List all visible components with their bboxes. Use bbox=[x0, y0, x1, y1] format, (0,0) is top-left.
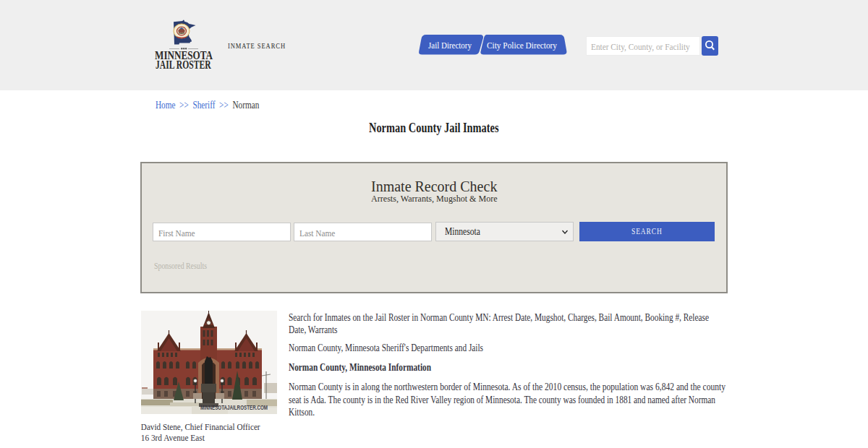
svg-text:Date, Warrants: Date, Warrants bbox=[289, 324, 338, 335]
svg-text:City Police Directory: City Police Directory bbox=[487, 40, 558, 51]
svg-text:Norman County, Minnesota Sheri: Norman County, Minnesota Sheriff's Depar… bbox=[289, 342, 483, 353]
svg-text:Norman County is in along the: Norman County is in along the northweste… bbox=[289, 381, 726, 392]
svg-text:seat is Ada. The county is in: seat is Ada. The county is in the Red Ri… bbox=[289, 394, 716, 405]
svg-text:16 3rd Avenue East: 16 3rd Avenue East bbox=[141, 432, 205, 443]
svg-text:Search for Inmates on the Jail: Search for Inmates on the Jail Roster in… bbox=[289, 311, 709, 323]
svg-text:Kittson.: Kittson. bbox=[289, 406, 315, 418]
svg-text:Jail Directory: Jail Directory bbox=[428, 40, 472, 51]
svg-text:David Stene, Chief Financial O: David Stene, Chief Financial Officer bbox=[141, 421, 260, 432]
svg-text:Norman County, Minnesota Infor: Norman County, Minnesota Information bbox=[289, 361, 431, 373]
svg-text:MINNESOTAJAILROSTER.COM: MINNESOTAJAILROSTER.COM bbox=[200, 404, 268, 411]
